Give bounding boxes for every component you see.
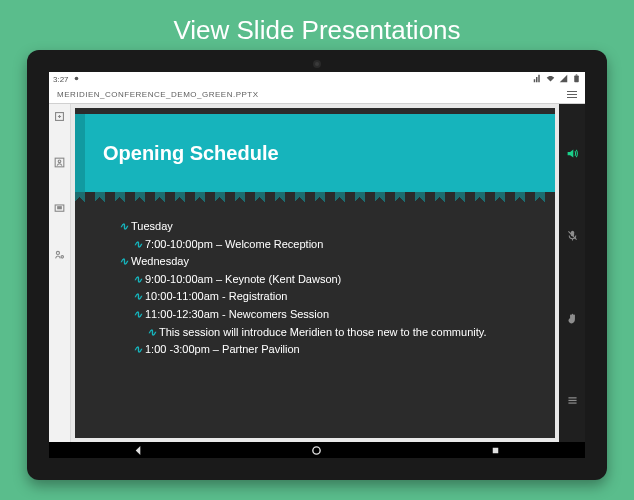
status-time: 3:27 (53, 75, 69, 84)
slide-bullet: ∿11:00-12:30am - Newcomers Session (119, 306, 539, 324)
slide-bullet: ∿10:00-11:00am - Registration (119, 288, 539, 306)
promo-headline: View Slide Presentations (173, 10, 460, 50)
svg-rect-7 (57, 206, 62, 209)
slide-title: Opening Schedule (103, 142, 279, 165)
menu-icon[interactable] (566, 360, 579, 443)
bullet-glyph-icon: ∿ (133, 236, 141, 254)
file-title-bar: MERIDIEN_CONFERENCE_DEMO_GREEN.PPTX (49, 86, 585, 104)
slide-bullet: ∿7:00-10:00pm – Welcome Reception (119, 236, 539, 254)
slide-bullet-text: 9:00-10:00am – Keynote (Kent Dawson) (145, 271, 341, 289)
promo-page: View Slide Presentations 3:27 MERIDIEN_C… (0, 0, 634, 500)
file-name: MERIDIEN_CONFERENCE_DEMO_GREEN.PPTX (57, 90, 259, 99)
slide-viewport[interactable]: Opening Schedule ∿Tuesday∿7:00-10:00pm –… (71, 104, 559, 442)
svg-rect-2 (576, 74, 578, 75)
svg-rect-13 (568, 400, 576, 401)
slide-bullet-text: 1:00 -3:00pm – Partner Pavilion (145, 341, 300, 359)
slide-bullet-text: 7:00-10:00pm – Welcome Reception (145, 236, 323, 254)
tablet-screen: 3:27 MERIDIEN_CONFERENCE_DEMO_GREEN.PPTX (49, 72, 585, 458)
app-body: Opening Schedule ∿Tuesday∿7:00-10:00pm –… (49, 104, 585, 442)
svg-point-5 (58, 159, 61, 162)
header-ribbon (75, 114, 85, 192)
hamburger-icon[interactable] (567, 91, 577, 99)
svg-rect-12 (568, 398, 576, 399)
battery-icon (572, 74, 581, 85)
slide-bullet: ∿Wednesday (119, 253, 539, 271)
slide-body: ∿Tuesday∿7:00-10:00pm – Welcome Receptio… (75, 192, 555, 369)
android-status-bar: 3:27 (49, 72, 585, 86)
bullet-glyph-icon: ∿ (119, 253, 127, 271)
slide: Opening Schedule ∿Tuesday∿7:00-10:00pm –… (75, 108, 555, 438)
expand-icon[interactable] (54, 110, 66, 122)
notif-dot-icon (72, 74, 81, 85)
home-icon[interactable] (310, 443, 324, 457)
svg-point-0 (74, 76, 78, 80)
svg-point-8 (56, 251, 59, 254)
svg-rect-1 (574, 75, 579, 82)
lte-icon (533, 74, 542, 85)
mic-off-icon[interactable] (566, 195, 579, 278)
bullet-glyph-icon: ∿ (133, 288, 141, 306)
tablet-camera (313, 60, 321, 68)
svg-point-15 (313, 446, 320, 453)
svg-rect-14 (568, 403, 576, 404)
person-box-icon[interactable] (54, 156, 66, 168)
bullet-glyph-icon: ∿ (133, 271, 141, 289)
slide-bullet-text: Tuesday (131, 218, 173, 236)
volume-icon[interactable] (566, 112, 579, 195)
bullet-glyph-icon: ∿ (133, 341, 141, 359)
slide-bullet-text: Wednesday (131, 253, 189, 271)
person-gear-icon[interactable] (54, 248, 66, 260)
screen-share-icon[interactable] (54, 202, 66, 214)
slide-bullet-text: This session will introduce Meridien to … (159, 324, 487, 342)
back-icon[interactable] (131, 443, 145, 457)
bullet-glyph-icon: ∿ (119, 218, 127, 236)
raise-hand-icon[interactable] (566, 277, 579, 360)
slide-bullet: ∿9:00-10:00am – Keynote (Kent Dawson) (119, 271, 539, 289)
tablet-frame: 3:27 MERIDIEN_CONFERENCE_DEMO_GREEN.PPTX (27, 50, 607, 480)
slide-bullet: ∿This session will introduce Meridien to… (119, 324, 539, 342)
svg-point-9 (61, 255, 64, 258)
bullet-glyph-icon: ∿ (147, 324, 155, 342)
slide-bullet: ∿Tuesday (119, 218, 539, 236)
wifi-icon (546, 74, 555, 85)
signal-icon (559, 74, 568, 85)
slide-bullet: ∿1:00 -3:00pm – Partner Pavilion (119, 341, 539, 359)
bullet-glyph-icon: ∿ (133, 306, 141, 324)
left-rail (49, 104, 71, 442)
right-rail (559, 104, 585, 442)
android-nav-bar (49, 442, 585, 458)
slide-bullet-text: 10:00-11:00am - Registration (145, 288, 287, 306)
recent-icon[interactable] (489, 443, 503, 457)
svg-rect-16 (493, 447, 499, 453)
slide-bullet-text: 11:00-12:30am - Newcomers Session (145, 306, 329, 324)
slide-header: Opening Schedule (75, 114, 555, 192)
